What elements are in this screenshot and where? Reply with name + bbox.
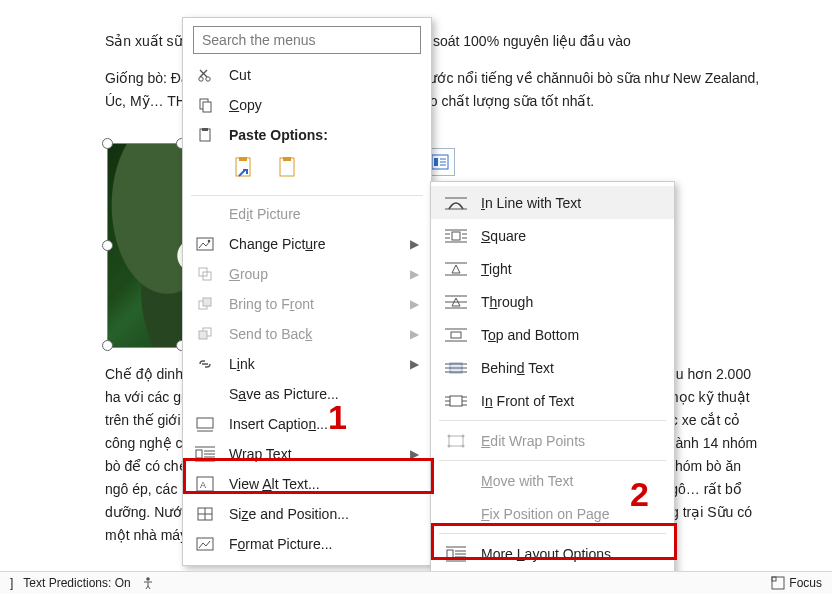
group-icon [195, 264, 215, 284]
menu-label: Paste Options: [229, 127, 419, 143]
menu-label: Change Picture [229, 236, 410, 252]
accessibility-icon[interactable] [141, 576, 155, 590]
chevron-right-icon: ▶ [410, 357, 419, 371]
tight-icon [445, 260, 467, 278]
submenu-square[interactable]: Square [431, 219, 674, 252]
svg-rect-54 [451, 332, 461, 338]
svg-rect-20 [203, 298, 211, 306]
menu-bring-to-front: Bring to Front ▶ [183, 289, 431, 319]
through-icon [445, 293, 467, 311]
svg-point-67 [448, 444, 451, 447]
menu-separator [439, 420, 666, 421]
status-bar: ] Text Predictions: On Focus [0, 571, 832, 594]
chevron-right-icon: ▶ [410, 237, 419, 251]
menu-insert-caption[interactable]: Insert Caption... [183, 409, 431, 439]
paste-options-row [183, 150, 431, 192]
change-picture-icon [195, 234, 215, 254]
submenu-in-front[interactable]: In Front of Text [431, 384, 674, 417]
menu-size-and-position[interactable]: Size and Position... [183, 499, 431, 529]
top-bottom-icon [445, 326, 467, 344]
menu-label: Size and Position... [229, 506, 419, 522]
menu-group: Group ▶ [183, 259, 431, 289]
menu-search-input[interactable]: Search the menus [193, 26, 421, 54]
menu-label: Save as Picture... [229, 386, 419, 402]
menu-label: Send to Back [229, 326, 410, 342]
in-front-icon [445, 392, 467, 410]
menu-cut[interactable]: Cut [183, 60, 431, 90]
menu-paste-header: Paste Options: [183, 120, 431, 150]
menu-label: Top and Bottom [481, 327, 579, 343]
resize-handle[interactable] [102, 240, 113, 251]
svg-rect-12 [239, 157, 247, 161]
callout-number-2: 2 [630, 475, 649, 514]
svg-point-16 [208, 240, 211, 243]
callout-number-1: 1 [328, 398, 347, 437]
bring-front-icon [195, 294, 215, 314]
inline-icon [445, 194, 467, 212]
square-icon [445, 227, 467, 245]
menu-label: Group [229, 266, 410, 282]
svg-marker-47 [452, 265, 460, 273]
behind-icon [445, 359, 467, 377]
menu-send-to-back: Send to Back ▶ [183, 319, 431, 349]
resize-handle[interactable] [102, 138, 113, 149]
submenu-top-bottom[interactable]: Top and Bottom [431, 318, 674, 351]
svg-rect-25 [196, 450, 202, 458]
menu-label: Square [481, 228, 526, 244]
svg-point-5 [199, 77, 203, 81]
text-predictions-status[interactable]: Text Predictions: On [23, 576, 130, 590]
paste-keep-source-button[interactable] [229, 152, 261, 184]
menu-separator [191, 195, 423, 196]
format-picture-icon [195, 534, 215, 554]
svg-rect-40 [452, 232, 460, 240]
svg-point-75 [146, 577, 150, 581]
paste-picture-button[interactable] [273, 152, 305, 184]
menu-change-picture[interactable]: Change Picture ▶ [183, 229, 431, 259]
svg-rect-63 [450, 396, 462, 406]
callout-box-1 [183, 458, 434, 494]
menu-label: Move with Text [481, 473, 573, 489]
menu-label: Edit Wrap Points [481, 433, 585, 449]
svg-rect-23 [197, 418, 213, 428]
menu-label: Fix Position on Page [481, 506, 609, 522]
menu-save-as-picture[interactable]: Save as Picture... [183, 379, 431, 409]
divider-icon: ] [10, 576, 13, 590]
menu-label: Insert Caption... [229, 416, 419, 432]
menu-label: In Line with Text [481, 195, 581, 211]
menu-copy[interactable]: Copy [183, 90, 431, 120]
submenu-tight[interactable]: Tight [431, 252, 674, 285]
resize-handle[interactable] [102, 340, 113, 351]
svg-rect-76 [772, 577, 784, 589]
submenu-behind-text[interactable]: Behind Text [431, 351, 674, 384]
menu-label: Behind Text [481, 360, 554, 376]
menu-label: Link [229, 356, 410, 372]
paste-icon [195, 125, 215, 145]
menu-separator [439, 460, 666, 461]
caption-icon [195, 414, 215, 434]
submenu-through[interactable]: Through [431, 285, 674, 318]
menu-label: Through [481, 294, 533, 310]
callout-box-2 [431, 523, 677, 560]
svg-point-68 [462, 444, 465, 447]
menu-edit-picture: Edit Picture [183, 199, 431, 229]
chevron-right-icon: ▶ [410, 297, 419, 311]
edit-wrap-icon [445, 432, 467, 450]
menu-link[interactable]: Link ▶ [183, 349, 431, 379]
menu-label: Format Picture... [229, 536, 419, 552]
svg-rect-14 [283, 157, 291, 161]
link-icon [195, 354, 215, 374]
cut-icon [195, 65, 215, 85]
menu-label: Cut [229, 67, 419, 83]
menu-label: Copy [229, 97, 419, 113]
send-back-icon [195, 324, 215, 344]
svg-point-66 [462, 434, 465, 437]
copy-icon [195, 95, 215, 115]
focus-mode-button[interactable]: Focus [771, 576, 822, 590]
svg-point-65 [448, 434, 451, 437]
menu-format-picture[interactable]: Format Picture... [183, 529, 431, 559]
svg-rect-64 [449, 436, 463, 446]
submenu-inline[interactable]: In Line with Text [431, 186, 674, 219]
menu-label: Edit Picture [229, 206, 419, 222]
svg-rect-77 [772, 577, 776, 581]
menu-label: Tight [481, 261, 512, 277]
